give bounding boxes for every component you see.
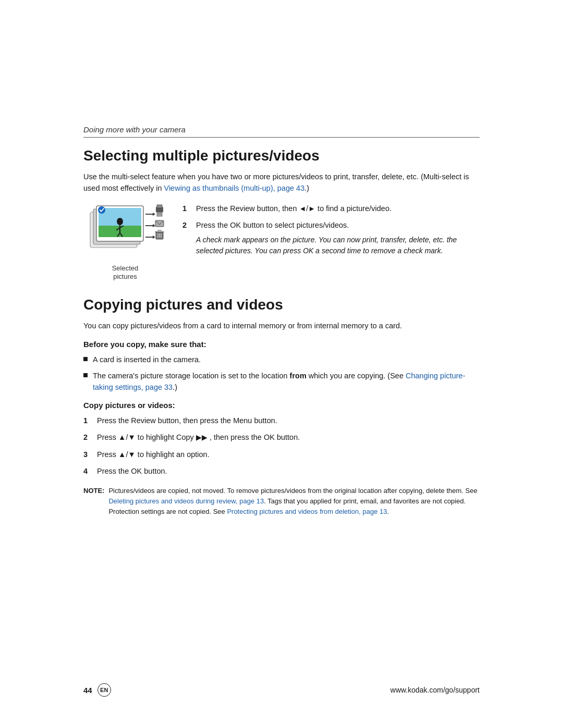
svg-marker-15 bbox=[153, 224, 155, 227]
svg-marker-17 bbox=[153, 236, 155, 239]
section1-intro: Use the multi-select feature when you ha… bbox=[83, 171, 480, 194]
footer-website: www.kodak.com/go/support bbox=[390, 686, 480, 694]
step-1-number: 1 bbox=[182, 203, 192, 215]
copy-step-2-content: Press ▲/▼ to highlight Copy ▶▶ , then pr… bbox=[97, 431, 480, 443]
step-2-number: 2 bbox=[182, 219, 192, 256]
note-content: Pictures/videos are copied, not moved. T… bbox=[108, 486, 480, 517]
selected-pictures-illustration bbox=[86, 203, 164, 260]
copy-steps: 1 Press the Review button, then press th… bbox=[83, 415, 480, 477]
section2: Copying pictures and videos You can copy… bbox=[83, 296, 480, 517]
bullet-1-text: A card is inserted in the camera. bbox=[93, 354, 480, 365]
copy-step-1-content: Press the Review button, then press the … bbox=[97, 415, 480, 426]
multi-select-block: Selected pictures 1 Press the Review but… bbox=[83, 203, 480, 282]
svg-marker-13 bbox=[153, 213, 155, 216]
en-badge: EN bbox=[97, 683, 111, 697]
illustration-label: Selected pictures bbox=[83, 264, 167, 282]
content-area: Doing more with your camera Selecting mu… bbox=[83, 0, 480, 559]
link-protecting[interactable]: Protecting pictures and videos from dele… bbox=[227, 508, 387, 515]
copy-step-1: 1 Press the Review button, then press th… bbox=[83, 415, 480, 426]
divider bbox=[83, 137, 480, 138]
copy-step-4-number: 4 bbox=[83, 465, 93, 477]
from-bold: from bbox=[290, 372, 307, 380]
footer: 44 EN www.kodak.com/go/support bbox=[0, 683, 563, 697]
italic-note: A check mark appears on the picture. You… bbox=[196, 235, 480, 256]
bullet-1: A card is inserted in the camera. bbox=[83, 354, 480, 365]
nav-arrows: ◄/► bbox=[299, 204, 315, 213]
note-label: NOTE: bbox=[83, 486, 104, 517]
note-block: NOTE: Pictures/videos are copied, not mo… bbox=[83, 486, 480, 517]
link-settings[interactable]: Changing picture-taking settings, page 3… bbox=[93, 372, 465, 391]
section2-intro: You can copy pictures/videos from a card… bbox=[83, 320, 480, 331]
step-2: 2 Press the OK button to select pictures… bbox=[182, 219, 480, 256]
bullet-2: The camera's picture storage location is… bbox=[83, 370, 480, 393]
bullet-square-2 bbox=[83, 373, 88, 377]
illustration-box: Selected pictures bbox=[83, 203, 167, 282]
copy-step-3-number: 3 bbox=[83, 449, 93, 460]
footer-left: 44 EN bbox=[83, 683, 111, 697]
step-1-content: Press the Review button, then ◄/► to fin… bbox=[196, 203, 480, 215]
copy-step-1-number: 1 bbox=[83, 415, 93, 426]
bullet-square-1 bbox=[83, 357, 88, 361]
svg-point-5 bbox=[117, 218, 123, 225]
copy-step-4-content: Press the OK button. bbox=[97, 465, 480, 477]
section2-title: Copying pictures and videos bbox=[83, 296, 480, 314]
copy-step-3-content: Press ▲/▼ to highlight an option. bbox=[97, 449, 480, 460]
steps-block: 1 Press the Review button, then ◄/► to f… bbox=[182, 203, 480, 262]
copy-arrows: ▶▶ bbox=[196, 433, 207, 441]
step-2-content: Press the OK button to select pictures/v… bbox=[196, 219, 480, 256]
copy-step-4: 4 Press the OK button. bbox=[83, 465, 480, 477]
bullet-2-text: The camera's picture storage location is… bbox=[93, 370, 480, 393]
copy-step-2-number: 2 bbox=[83, 431, 93, 443]
link-deleting[interactable]: Deleting pictures and videos during revi… bbox=[108, 497, 264, 505]
section-label: Doing more with your camera bbox=[83, 125, 480, 134]
svg-point-11 bbox=[98, 206, 105, 214]
step-1: 1 Press the Review button, then ◄/► to f… bbox=[182, 203, 480, 215]
before-copy-title: Before you copy, make sure that: bbox=[83, 340, 480, 349]
page-number: 44 bbox=[83, 686, 92, 695]
copy-steps-title: Copy pictures or videos: bbox=[83, 401, 480, 410]
copy-step-3: 3 Press ▲/▼ to highlight an option. bbox=[83, 449, 480, 460]
svg-rect-19 bbox=[157, 205, 162, 208]
copy-step-2: 2 Press ▲/▼ to highlight Copy ▶▶ , then … bbox=[83, 431, 480, 443]
link-thumbnails[interactable]: Viewing as thumbnails (multi-up), page 4… bbox=[164, 184, 304, 192]
page-container: Doing more with your camera Selecting mu… bbox=[0, 0, 563, 728]
section1-title: Selecting multiple pictures/videos bbox=[83, 147, 480, 165]
